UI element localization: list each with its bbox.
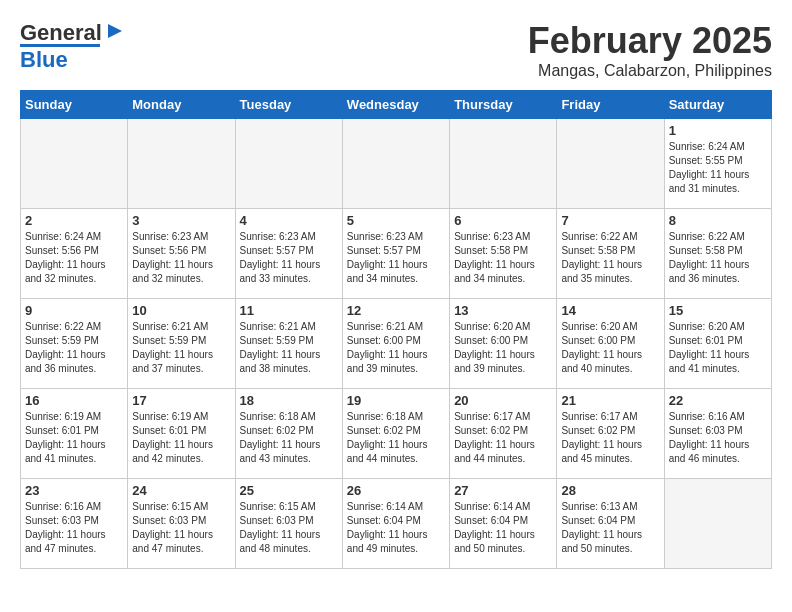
day-info: Sunrise: 6:18 AM Sunset: 6:02 PM Dayligh… — [347, 410, 445, 466]
calendar-cell: 21Sunrise: 6:17 AM Sunset: 6:02 PM Dayli… — [557, 389, 664, 479]
day-number: 15 — [669, 303, 767, 318]
logo: General Blue — [20, 20, 126, 73]
calendar-cell: 26Sunrise: 6:14 AM Sunset: 6:04 PM Dayli… — [342, 479, 449, 569]
day-number: 8 — [669, 213, 767, 228]
day-info: Sunrise: 6:14 AM Sunset: 6:04 PM Dayligh… — [454, 500, 552, 556]
calendar-cell: 2Sunrise: 6:24 AM Sunset: 5:56 PM Daylig… — [21, 209, 128, 299]
day-info: Sunrise: 6:23 AM Sunset: 5:58 PM Dayligh… — [454, 230, 552, 286]
day-info: Sunrise: 6:21 AM Sunset: 5:59 PM Dayligh… — [240, 320, 338, 376]
day-info: Sunrise: 6:19 AM Sunset: 6:01 PM Dayligh… — [132, 410, 230, 466]
calendar-cell: 5Sunrise: 6:23 AM Sunset: 5:57 PM Daylig… — [342, 209, 449, 299]
day-number: 25 — [240, 483, 338, 498]
calendar-cell: 15Sunrise: 6:20 AM Sunset: 6:01 PM Dayli… — [664, 299, 771, 389]
calendar-week-1: 1Sunrise: 6:24 AM Sunset: 5:55 PM Daylig… — [21, 119, 772, 209]
day-number: 27 — [454, 483, 552, 498]
day-number: 21 — [561, 393, 659, 408]
calendar-cell: 4Sunrise: 6:23 AM Sunset: 5:57 PM Daylig… — [235, 209, 342, 299]
calendar-cell: 27Sunrise: 6:14 AM Sunset: 6:04 PM Dayli… — [450, 479, 557, 569]
day-number: 9 — [25, 303, 123, 318]
calendar-cell: 13Sunrise: 6:20 AM Sunset: 6:00 PM Dayli… — [450, 299, 557, 389]
day-number: 14 — [561, 303, 659, 318]
calendar-cell: 6Sunrise: 6:23 AM Sunset: 5:58 PM Daylig… — [450, 209, 557, 299]
day-number: 22 — [669, 393, 767, 408]
calendar-cell — [21, 119, 128, 209]
day-number: 28 — [561, 483, 659, 498]
calendar-cell: 25Sunrise: 6:15 AM Sunset: 6:03 PM Dayli… — [235, 479, 342, 569]
day-info: Sunrise: 6:23 AM Sunset: 5:57 PM Dayligh… — [347, 230, 445, 286]
calendar-header-monday: Monday — [128, 91, 235, 119]
calendar-cell: 16Sunrise: 6:19 AM Sunset: 6:01 PM Dayli… — [21, 389, 128, 479]
day-number: 11 — [240, 303, 338, 318]
calendar-week-3: 9Sunrise: 6:22 AM Sunset: 5:59 PM Daylig… — [21, 299, 772, 389]
logo-blue: Blue — [20, 47, 68, 73]
day-info: Sunrise: 6:21 AM Sunset: 5:59 PM Dayligh… — [132, 320, 230, 376]
day-info: Sunrise: 6:15 AM Sunset: 6:03 PM Dayligh… — [132, 500, 230, 556]
day-info: Sunrise: 6:20 AM Sunset: 6:00 PM Dayligh… — [561, 320, 659, 376]
calendar-cell: 3Sunrise: 6:23 AM Sunset: 5:56 PM Daylig… — [128, 209, 235, 299]
day-number: 24 — [132, 483, 230, 498]
calendar-cell: 10Sunrise: 6:21 AM Sunset: 5:59 PM Dayli… — [128, 299, 235, 389]
day-number: 1 — [669, 123, 767, 138]
page-subtitle: Mangas, Calabarzon, Philippines — [528, 62, 772, 80]
day-info: Sunrise: 6:17 AM Sunset: 6:02 PM Dayligh… — [561, 410, 659, 466]
calendar-table: SundayMondayTuesdayWednesdayThursdayFrid… — [20, 90, 772, 569]
day-info: Sunrise: 6:22 AM Sunset: 5:58 PM Dayligh… — [669, 230, 767, 286]
calendar-cell: 12Sunrise: 6:21 AM Sunset: 6:00 PM Dayli… — [342, 299, 449, 389]
calendar-cell: 18Sunrise: 6:18 AM Sunset: 6:02 PM Dayli… — [235, 389, 342, 479]
calendar-cell: 7Sunrise: 6:22 AM Sunset: 5:58 PM Daylig… — [557, 209, 664, 299]
calendar-header-row: SundayMondayTuesdayWednesdayThursdayFrid… — [21, 91, 772, 119]
day-info: Sunrise: 6:15 AM Sunset: 6:03 PM Dayligh… — [240, 500, 338, 556]
day-info: Sunrise: 6:22 AM Sunset: 5:58 PM Dayligh… — [561, 230, 659, 286]
day-info: Sunrise: 6:23 AM Sunset: 5:57 PM Dayligh… — [240, 230, 338, 286]
svg-marker-0 — [108, 24, 122, 38]
day-number: 13 — [454, 303, 552, 318]
calendar-cell: 9Sunrise: 6:22 AM Sunset: 5:59 PM Daylig… — [21, 299, 128, 389]
calendar-cell: 20Sunrise: 6:17 AM Sunset: 6:02 PM Dayli… — [450, 389, 557, 479]
calendar-header-friday: Friday — [557, 91, 664, 119]
calendar-cell: 28Sunrise: 6:13 AM Sunset: 6:04 PM Dayli… — [557, 479, 664, 569]
calendar-cell: 1Sunrise: 6:24 AM Sunset: 5:55 PM Daylig… — [664, 119, 771, 209]
day-info: Sunrise: 6:22 AM Sunset: 5:59 PM Dayligh… — [25, 320, 123, 376]
day-number: 4 — [240, 213, 338, 228]
day-info: Sunrise: 6:23 AM Sunset: 5:56 PM Dayligh… — [132, 230, 230, 286]
calendar-cell — [664, 479, 771, 569]
calendar-cell: 23Sunrise: 6:16 AM Sunset: 6:03 PM Dayli… — [21, 479, 128, 569]
day-number: 26 — [347, 483, 445, 498]
day-info: Sunrise: 6:13 AM Sunset: 6:04 PM Dayligh… — [561, 500, 659, 556]
day-info: Sunrise: 6:14 AM Sunset: 6:04 PM Dayligh… — [347, 500, 445, 556]
calendar-header-sunday: Sunday — [21, 91, 128, 119]
day-info: Sunrise: 6:17 AM Sunset: 6:02 PM Dayligh… — [454, 410, 552, 466]
day-number: 5 — [347, 213, 445, 228]
day-number: 6 — [454, 213, 552, 228]
calendar-cell: 11Sunrise: 6:21 AM Sunset: 5:59 PM Dayli… — [235, 299, 342, 389]
day-number: 10 — [132, 303, 230, 318]
calendar-cell: 14Sunrise: 6:20 AM Sunset: 6:00 PM Dayli… — [557, 299, 664, 389]
calendar-cell: 19Sunrise: 6:18 AM Sunset: 6:02 PM Dayli… — [342, 389, 449, 479]
calendar-week-2: 2Sunrise: 6:24 AM Sunset: 5:56 PM Daylig… — [21, 209, 772, 299]
day-info: Sunrise: 6:19 AM Sunset: 6:01 PM Dayligh… — [25, 410, 123, 466]
calendar-header-thursday: Thursday — [450, 91, 557, 119]
calendar-header-saturday: Saturday — [664, 91, 771, 119]
calendar-header-tuesday: Tuesday — [235, 91, 342, 119]
calendar-cell: 8Sunrise: 6:22 AM Sunset: 5:58 PM Daylig… — [664, 209, 771, 299]
day-number: 2 — [25, 213, 123, 228]
calendar-week-5: 23Sunrise: 6:16 AM Sunset: 6:03 PM Dayli… — [21, 479, 772, 569]
logo-icon — [104, 20, 126, 42]
calendar-cell — [235, 119, 342, 209]
day-number: 20 — [454, 393, 552, 408]
day-number: 19 — [347, 393, 445, 408]
page-title: February 2025 — [528, 20, 772, 62]
day-info: Sunrise: 6:24 AM Sunset: 5:55 PM Dayligh… — [669, 140, 767, 196]
calendar-cell: 22Sunrise: 6:16 AM Sunset: 6:03 PM Dayli… — [664, 389, 771, 479]
day-number: 17 — [132, 393, 230, 408]
calendar-cell — [450, 119, 557, 209]
day-info: Sunrise: 6:21 AM Sunset: 6:00 PM Dayligh… — [347, 320, 445, 376]
calendar-header-wednesday: Wednesday — [342, 91, 449, 119]
calendar-week-4: 16Sunrise: 6:19 AM Sunset: 6:01 PM Dayli… — [21, 389, 772, 479]
day-info: Sunrise: 6:16 AM Sunset: 6:03 PM Dayligh… — [25, 500, 123, 556]
day-number: 3 — [132, 213, 230, 228]
calendar-cell: 24Sunrise: 6:15 AM Sunset: 6:03 PM Dayli… — [128, 479, 235, 569]
calendar-cell — [342, 119, 449, 209]
day-info: Sunrise: 6:16 AM Sunset: 6:03 PM Dayligh… — [669, 410, 767, 466]
day-number: 12 — [347, 303, 445, 318]
